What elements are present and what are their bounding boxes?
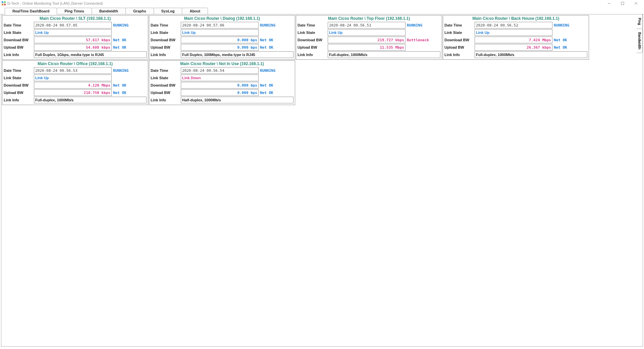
label-linkinfo: Link Info [4, 53, 33, 57]
label-linkstate: Link State [4, 31, 33, 35]
label-datetime: Date Time [4, 68, 33, 72]
value-linkinfo: Full-duplex, 1000Mb/s [328, 51, 440, 58]
label-linkstate: Link State [151, 76, 179, 80]
tab-about[interactable]: About [182, 8, 208, 14]
side-tabbar: Ping Bandwidth [636, 14, 643, 53]
label-uploadbw: Upload BW [4, 91, 33, 95]
value-linkstate: Link Down [181, 74, 259, 81]
label-linkinfo: Link Info [444, 53, 473, 57]
value-uploadbw: 54.688 kbps [34, 44, 112, 51]
main-tabbar: RealTime DashBoard Ping Times Bandwidth … [0, 7, 644, 14]
status-upload: Net OK [554, 45, 585, 50]
label-datetime: Date Time [151, 23, 179, 27]
value-downloadbw: 4.120 Mbps [34, 82, 112, 89]
monitor-panel: Main Cicso Router \ SLT (192.168.1.1)Dat… [2, 15, 148, 60]
value-datetime: 2020-08-24 00.57.05 [34, 22, 112, 29]
value-datetime: 2020-08-24 00.56.52 [475, 22, 552, 29]
label-downloadbw: Download BW [151, 83, 179, 87]
app-icon [1, 1, 6, 6]
label-datetime: Date Time [444, 23, 473, 27]
value-linkstate: Link Up [328, 29, 406, 36]
label-downloadbw: Download BW [4, 83, 33, 87]
svg-rect-2 [2, 4, 3, 5]
label-linkstate: Link State [444, 31, 473, 35]
panel-title: Main Cicso Router \ Not In Use (192.168.… [149, 61, 295, 67]
label-datetime: Date Time [151, 68, 179, 72]
label-linkinfo: Link Info [298, 53, 326, 57]
value-uploadbw: 0.000 bps [181, 44, 259, 51]
label-linkinfo: Link Info [4, 98, 33, 102]
value-uploadbw: 26.367 kbps [475, 44, 552, 51]
content-area: Main Cicso Router \ SLT (192.168.1.1)Dat… [1, 14, 643, 347]
label-uploadbw: Upload BW [444, 45, 473, 49]
value-linkstate: Link Up [34, 74, 112, 81]
monitor-panel: Main Cicso Router \ Not In Use (192.168.… [149, 60, 295, 105]
value-datetime: 2020-08-24 00.56.53 [34, 67, 112, 74]
panel-title: Main Cicso Router \ Dialog (192.168.1.1) [149, 15, 295, 21]
status-running: RUNNING [113, 23, 145, 28]
value-datetime: 2020-08-24 00.56.54 [181, 67, 259, 74]
label-downloadbw: Download BW [4, 38, 33, 42]
close-button[interactable] [629, 0, 643, 7]
sidetab-bandwidth[interactable]: Bandwidth [636, 29, 643, 53]
value-linkinfo: Full Duplex, 100Mbps, media type is RJ45 [181, 51, 293, 58]
label-linkinfo: Link Info [151, 98, 179, 102]
value-datetime: 2020-08-24 00.56.51 [328, 22, 406, 29]
monitor-panel: Main Cicso Router \ Office (192.168.1.1)… [2, 60, 148, 105]
label-uploadbw: Upload BW [151, 45, 179, 49]
label-datetime: Date Time [4, 23, 33, 27]
value-downloadbw: 57.617 kbps [34, 37, 112, 43]
tab-graphs[interactable]: Graphs [125, 8, 154, 14]
status-upload: Net OK [113, 45, 145, 50]
value-linkinfo: Full-duplex, 1000Mb/s [475, 51, 587, 58]
panel-title: Main Cicso Router \ Back House (192.168.… [443, 15, 589, 21]
tab-realtime-dashboard[interactable]: RealTime DashBoard [5, 8, 57, 14]
label-downloadbw: Download BW [298, 38, 326, 42]
svg-rect-5 [621, 2, 624, 5]
status-running: RUNNING [113, 68, 145, 73]
svg-rect-1 [4, 1, 6, 3]
value-linkstate: Link Up [34, 29, 112, 36]
status-upload: Net OK [260, 91, 291, 95]
status-download: Net OK [113, 38, 145, 42]
maximize-button[interactable] [616, 0, 629, 7]
window-titlebar: D-Tech - Online Monitoring Tool (LAN) (S… [0, 0, 644, 7]
svg-rect-3 [4, 4, 6, 5]
status-download: Bottleneck [407, 38, 438, 42]
value-uploadbw: 11.535 Mbps [328, 44, 406, 51]
tab-ping-times[interactable]: Ping Times [57, 8, 92, 14]
panel-title: Main Cicso Router \ Top Floor (192.168.1… [296, 15, 442, 21]
value-uploadbw: 218.750 kbps [34, 89, 112, 96]
label-linkinfo: Link Info [151, 53, 179, 57]
tab-bandwidth[interactable]: Bandwidth [92, 8, 126, 14]
label-downloadbw: Download BW [151, 38, 179, 42]
status-upload: Net OK [260, 45, 291, 50]
label-uploadbw: Upload BW [298, 45, 326, 49]
monitor-panel: Main Cicso Router \ Dialog (192.168.1.1)… [149, 15, 295, 60]
label-uploadbw: Upload BW [4, 45, 33, 49]
status-download: Net OK [113, 83, 145, 88]
status-download: Net OK [554, 38, 585, 42]
value-linkinfo: Half-duplex, 1000Mb/s [181, 97, 293, 103]
label-uploadbw: Upload BW [151, 91, 179, 95]
status-download: Net OK [260, 83, 291, 88]
status-download: Net OK [260, 38, 291, 42]
status-running: RUNNING [260, 23, 291, 28]
label-datetime: Date Time [298, 23, 326, 27]
label-linkstate: Link State [4, 76, 33, 80]
value-linkinfo: Full Duplex, 1Gbps, media type is RJ45 [34, 51, 147, 58]
label-downloadbw: Download BW [444, 38, 473, 42]
value-downloadbw: 0.000 bps [181, 82, 259, 89]
panel-container: Main Cicso Router \ SLT (192.168.1.1)Dat… [1, 14, 634, 106]
status-upload: Net OK [113, 91, 145, 95]
monitor-panel: Main Cicso Router \ Back House (192.168.… [443, 15, 589, 60]
value-uploadbw: 0.000 bps [181, 89, 259, 96]
status-running: RUNNING [554, 23, 585, 28]
monitor-panel: Main Cicso Router \ Top Floor (192.168.1… [296, 15, 442, 60]
minimize-button[interactable] [602, 0, 616, 7]
value-linkinfo: Full-duplex, 1000Mb/s [34, 97, 147, 103]
tab-syslog[interactable]: SysLog [154, 8, 182, 14]
value-datetime: 2020-08-24 00.57.06 [181, 22, 259, 29]
status-running: RUNNING [260, 68, 291, 73]
sidetab-ping[interactable]: Ping [636, 14, 643, 29]
